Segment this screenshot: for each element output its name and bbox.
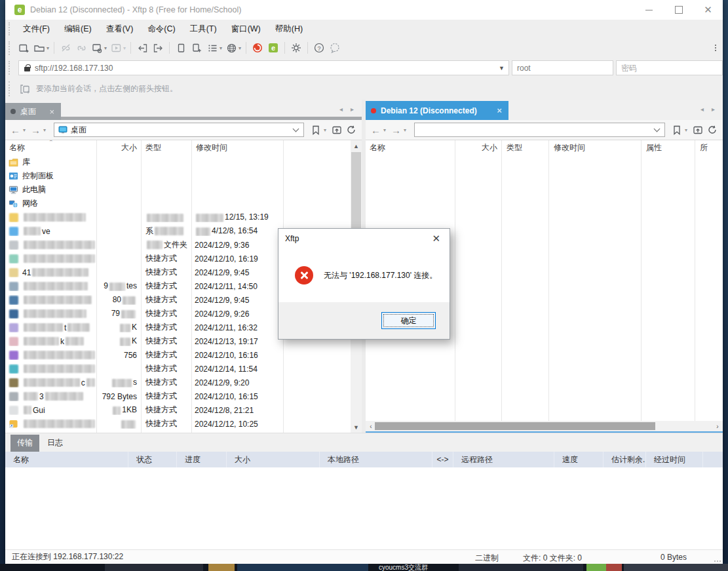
remote-path-combobox[interactable] bbox=[414, 123, 665, 137]
toolbar-overflow-icon[interactable] bbox=[715, 45, 716, 51]
forward-dropdown-icon[interactable]: ▾ bbox=[404, 127, 406, 133]
tab-debian-session[interactable]: Debian 12 (Disconnected) × bbox=[366, 101, 508, 120]
file-row[interactable]: 3792 Bytes快捷方式2024/12/10, 16:15 bbox=[5, 389, 362, 403]
maximize-button[interactable] bbox=[664, 0, 693, 20]
session-properties-icon[interactable] bbox=[90, 41, 104, 55]
open-session-dropdown-icon[interactable]: ▾ bbox=[47, 45, 49, 51]
username-field[interactable] bbox=[512, 60, 613, 75]
folder-up-icon[interactable] bbox=[691, 123, 704, 136]
horizontal-scrollbar[interactable]: ‹ › bbox=[366, 421, 723, 431]
tab-scroll-right-icon[interactable]: ▸ bbox=[351, 106, 354, 113]
local-path-combobox[interactable]: 桌面 bbox=[54, 123, 304, 137]
transfer-tab-传输[interactable]: 传输 bbox=[10, 435, 39, 452]
address-combobox[interactable]: sftp://192.168.177.130 ▼ bbox=[18, 60, 509, 75]
file-row[interactable]: 控制面板 bbox=[5, 169, 362, 183]
file-row[interactable]: 756快捷方式2024/12/10, 16:16 bbox=[5, 348, 362, 362]
back-icon[interactable]: ← bbox=[370, 125, 382, 135]
path-dropdown-icon[interactable] bbox=[654, 126, 661, 132]
encoding-globe-icon[interactable] bbox=[224, 41, 239, 55]
transfer-column-3[interactable]: 大小 bbox=[227, 452, 320, 467]
ok-button[interactable]: 确定 bbox=[381, 312, 436, 329]
transfer-column-6[interactable]: 远程路径 bbox=[453, 452, 554, 467]
bookmark-icon[interactable] bbox=[670, 123, 683, 136]
menu-item[interactable]: 命令(C) bbox=[140, 21, 182, 37]
column-header-2[interactable]: 类型 bbox=[141, 142, 191, 153]
file-row[interactable]: 网络 bbox=[5, 197, 362, 210]
tab-scroll-right-icon[interactable]: ▸ bbox=[712, 106, 715, 113]
file-row[interactable]: 此电脑 bbox=[5, 183, 362, 197]
column-header-3[interactable]: 修改时间 bbox=[191, 142, 283, 153]
password-field[interactable] bbox=[616, 60, 723, 75]
column-header-3[interactable]: 修改时间 bbox=[548, 142, 641, 153]
help-icon[interactable]: ? bbox=[312, 41, 326, 55]
file-row[interactable]: Gui1KB快捷方式2024/12/8, 21:21 bbox=[5, 403, 362, 417]
file-row[interactable]: cs快捷方式2024/12/9, 9:20 bbox=[5, 376, 362, 389]
tab-scroll-left-icon[interactable]: ◂ bbox=[700, 106, 704, 113]
session-properties-dropdown-icon[interactable]: ▾ bbox=[104, 45, 107, 51]
column-header-4[interactable]: 属性 bbox=[641, 142, 695, 153]
add-session-arrow-icon[interactable] bbox=[20, 84, 31, 94]
dialog-close-icon[interactable]: ✕ bbox=[429, 233, 443, 245]
column-header-1[interactable]: 大小 bbox=[96, 142, 141, 153]
tab-close-icon[interactable]: × bbox=[48, 107, 56, 117]
forward-dropdown-icon[interactable]: ▾ bbox=[43, 127, 46, 133]
scrollbar-thumb[interactable] bbox=[375, 422, 655, 430]
copy-add-icon[interactable] bbox=[189, 41, 204, 55]
new-session-icon[interactable] bbox=[16, 41, 31, 55]
bookmark-dropdown-icon[interactable]: ▾ bbox=[685, 127, 687, 133]
bookmark-icon[interactable] bbox=[309, 123, 322, 136]
transfer-column-5[interactable]: <-> bbox=[432, 452, 453, 467]
transfer-column-0[interactable]: 名称 bbox=[5, 452, 128, 467]
scroll-right-icon[interactable]: › bbox=[712, 423, 723, 430]
scroll-up-icon[interactable]: ▲ bbox=[351, 140, 362, 151]
forward-icon[interactable]: → bbox=[390, 125, 402, 135]
address-dropdown-icon[interactable]: ▼ bbox=[499, 65, 505, 71]
transfer-column-1[interactable]: 状态 bbox=[128, 452, 177, 467]
column-header-2[interactable]: 类型 bbox=[501, 142, 548, 153]
forward-icon[interactable]: → bbox=[29, 125, 42, 135]
view-list-dropdown-icon[interactable]: ▾ bbox=[220, 45, 222, 51]
menu-item[interactable]: 编辑(E) bbox=[57, 21, 99, 37]
menu-item[interactable]: 工具(T) bbox=[183, 21, 224, 37]
transfer-tab-日志[interactable]: 日志 bbox=[41, 435, 69, 452]
open-session-icon[interactable] bbox=[32, 41, 47, 55]
file-row[interactable]: 库 bbox=[5, 155, 362, 169]
resize-grip-icon[interactable] bbox=[714, 561, 721, 562]
transfer-left-icon[interactable] bbox=[135, 41, 149, 55]
feedback-icon[interactable] bbox=[328, 41, 342, 55]
tab-scroll-left-icon[interactable]: ◂ bbox=[339, 106, 343, 113]
back-dropdown-icon[interactable]: ▾ bbox=[383, 127, 386, 133]
copy-icon[interactable] bbox=[174, 41, 188, 55]
settings-gear-icon[interactable] bbox=[289, 41, 303, 55]
file-row[interactable]: 12/15, 13:19 bbox=[5, 210, 362, 224]
column-header-0[interactable]: 名称 bbox=[366, 142, 455, 153]
file-row[interactable]: 快捷方式2024/12/12, 10:25 bbox=[5, 417, 362, 431]
folder-up-icon[interactable] bbox=[330, 123, 343, 136]
xshell-icon[interactable] bbox=[250, 41, 265, 55]
transfer-column-2[interactable]: 进度 bbox=[177, 452, 227, 467]
encoding-dropdown-icon[interactable]: ▾ bbox=[239, 45, 241, 51]
bookmark-dropdown-icon[interactable]: ▾ bbox=[324, 127, 326, 133]
menu-item[interactable]: 帮助(H) bbox=[268, 21, 310, 37]
view-list-icon[interactable] bbox=[205, 41, 220, 55]
column-header-5[interactable]: 所 bbox=[695, 142, 723, 153]
xftp-icon[interactable]: e bbox=[266, 41, 280, 55]
tab-desktop[interactable]: 桌面 × bbox=[5, 103, 61, 120]
tab-close-icon[interactable]: × bbox=[495, 106, 503, 115]
refresh-icon[interactable] bbox=[706, 123, 719, 136]
transfer-column-8[interactable]: 估计剩余... bbox=[603, 452, 646, 467]
transfer-right-icon[interactable] bbox=[151, 41, 165, 55]
back-icon[interactable]: ← bbox=[9, 125, 22, 135]
transfer-column-4[interactable]: 本地路径 bbox=[320, 452, 432, 467]
minimize-button[interactable] bbox=[634, 0, 664, 20]
menu-item[interactable]: 窗口(W) bbox=[224, 21, 268, 37]
scroll-down-icon[interactable]: ▼ bbox=[351, 422, 362, 433]
menu-item[interactable]: 查看(V) bbox=[99, 21, 141, 37]
transfer-column-7[interactable]: 速度 bbox=[554, 452, 603, 467]
back-dropdown-icon[interactable]: ▾ bbox=[23, 127, 26, 133]
refresh-icon[interactable] bbox=[345, 123, 358, 136]
file-row[interactable]: 快捷方式2024/12/14, 11:54 bbox=[5, 362, 362, 376]
path-dropdown-icon[interactable] bbox=[293, 126, 299, 132]
close-button[interactable]: ✕ bbox=[693, 0, 723, 20]
menu-item[interactable]: 文件(F) bbox=[16, 21, 57, 37]
